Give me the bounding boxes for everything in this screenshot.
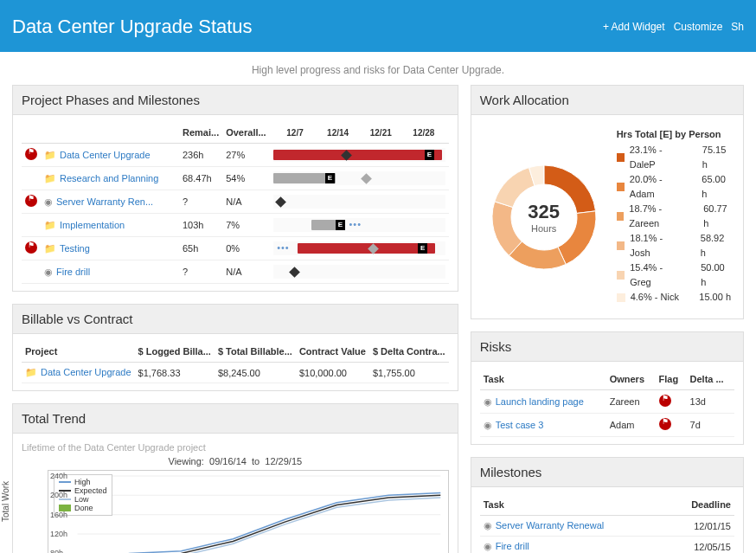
task-link[interactable]: Data Center Upgrade: [60, 150, 151, 160]
customize-button[interactable]: Customize: [674, 21, 723, 33]
gantt-bar[interactable]: [273, 195, 445, 209]
gantt-bar[interactable]: E: [273, 148, 445, 162]
legend-swatch: [617, 271, 625, 280]
trend-title: Total Trend: [13, 404, 458, 434]
milestones-table: Task Deadline ◉Server Warranty Renewal12…: [480, 494, 734, 553]
legend-swatch: [617, 153, 625, 162]
gantt-bar[interactable]: •••E: [273, 241, 445, 255]
globe-icon: ◉: [484, 541, 492, 551]
risks-panel: Risks Task Owners Flag Delta ... ◉Launch…: [471, 331, 744, 445]
globe-icon: ◉: [484, 520, 492, 530]
task-link[interactable]: Fire drill: [56, 267, 90, 277]
project-link[interactable]: Data Center Upgrade: [41, 367, 131, 377]
flag-icon: [659, 395, 671, 407]
gantt-bar[interactable]: E: [273, 171, 445, 185]
milestones-panel: Milestones Task Deadline ◉Server Warrant…: [471, 457, 744, 553]
header-actions: + Add Widget Customize Sh: [603, 21, 744, 33]
flag-icon: [659, 418, 671, 430]
table-row: ◉Fire drill?N/A: [22, 260, 449, 284]
task-link[interactable]: Implementation: [60, 220, 125, 230]
task-link[interactable]: Test case 3: [496, 420, 544, 430]
flag-icon: [25, 241, 37, 254]
gantt-bar[interactable]: [273, 265, 445, 279]
table-row: ◉Fire drill12/05/15: [480, 537, 734, 554]
legend-item[interactable]: 23.1% - DaleP75.15 h: [617, 143, 731, 172]
legend-swatch: [617, 241, 625, 250]
donut-value: 325: [528, 201, 560, 223]
task-link[interactable]: Fire drill: [496, 541, 529, 551]
risks-title: Risks: [471, 332, 743, 362]
col-project: Project: [22, 341, 135, 363]
gantt-bar[interactable]: E•••: [273, 218, 445, 232]
flag-icon: [25, 195, 37, 207]
legend-item[interactable]: 15.4% - Greg50.00 h: [617, 260, 731, 290]
task-link[interactable]: Launch landing page: [496, 396, 584, 407]
trend-panel: Total Trend Lifetime of the Data Center …: [12, 403, 458, 553]
folder-icon: 📁: [44, 173, 56, 183]
legend-swatch: [617, 212, 625, 221]
globe-icon: ◉: [44, 267, 53, 277]
gantt-dates: 12/7 12/14 12/21 12/28: [273, 128, 445, 138]
donut-label: Hours: [531, 223, 556, 234]
share-button[interactable]: Sh: [731, 21, 744, 33]
table-row: ◉Test case 3Adam7d: [480, 414, 734, 437]
col-overall: Overall...: [222, 122, 270, 144]
table-row: ◉Server Warranty Ren...?N/A: [22, 190, 449, 214]
globe-icon: ◉: [484, 420, 492, 430]
task-link[interactable]: Server Warranty Ren...: [56, 196, 153, 207]
col-total: $ Total Billable...: [215, 341, 296, 363]
milestones-title: Milestones: [471, 458, 743, 487]
table-row: ◉Launch landing pageZareen13d: [480, 390, 734, 414]
folder-icon: 📁: [44, 243, 56, 254]
allocation-title: Work Allocation: [471, 86, 743, 115]
allocation-panel: Work Allocation 325 Hours Hrs Total [E] …: [471, 85, 744, 319]
risks-table: Task Owners Flag Delta ... ◉Launch landi…: [480, 369, 734, 437]
table-row: 📁Data Center Upgrade236h27%E: [22, 144, 449, 167]
trend-ylabel: Total Work: [1, 481, 10, 522]
table-row: 📁Research and Planning68.47h54%E: [22, 167, 449, 190]
page-subtitle: High level progress and risks for Data C…: [0, 52, 756, 85]
task-link[interactable]: Server Warranty Renewal: [496, 520, 605, 530]
trend-subtitle: Lifetime of the Data Center Upgrade proj…: [22, 440, 449, 456]
legend-item[interactable]: 18.1% - Josh58.92 h: [617, 231, 731, 260]
folder-icon: 📁: [25, 367, 37, 377]
legend-item[interactable]: 4.6% - Nick15.00 h: [617, 290, 731, 305]
legend-item[interactable]: 18.7% - Zareen60.77 h: [617, 202, 731, 231]
phases-table: Remai... Overall... 12/7 12/14 12/21 12/…: [22, 122, 449, 284]
globe-icon: ◉: [44, 196, 53, 207]
col-contract: Contract Value: [296, 341, 369, 363]
task-link[interactable]: Research and Planning: [60, 173, 158, 183]
table-row: 📁Testing65h0%•••E: [22, 237, 449, 260]
table-row: 📁Data Center Upgrade $1,768.33 $8,245.00…: [22, 363, 449, 383]
legend-item[interactable]: 20.0% - Adam65.00 h: [617, 172, 731, 202]
legend-swatch: [617, 293, 625, 302]
folder-icon: 📁: [44, 150, 56, 160]
billable-table: Project $ Logged Billa... $ Total Billab…: [22, 341, 449, 383]
billable-panel: Billable vs Contract Project $ Logged Bi…: [12, 304, 458, 391]
page-header: Data Center Upgrade Status + Add Widget …: [0, 0, 756, 52]
task-link[interactable]: Testing: [60, 243, 90, 254]
legend-swatch: [617, 183, 625, 191]
col-logged: $ Logged Billa...: [135, 341, 215, 363]
allocation-legend: Hrs Total [E] by Person 23.1% - DaleP75.…: [617, 129, 731, 305]
phases-title: Project Phases and Milestones: [13, 86, 458, 115]
folder-icon: 📁: [44, 220, 56, 230]
flag-icon: [25, 148, 37, 160]
phases-panel: Project Phases and Milestones Remai... O…: [12, 85, 458, 292]
trend-chart[interactable]: High Expected Low Done 0h40h80h120h160h2…: [48, 470, 449, 553]
table-row: 📁Implementation103h7%E•••: [22, 214, 449, 237]
add-widget-button[interactable]: + Add Widget: [603, 21, 665, 33]
billable-title: Billable vs Contract: [13, 305, 458, 334]
globe-icon: ◉: [484, 396, 492, 407]
col-remain: Remai...: [179, 122, 222, 144]
allocation-donut[interactable]: 325 Hours: [484, 157, 605, 278]
col-delta: $ Delta Contra...: [369, 341, 449, 363]
table-row: ◉Server Warranty Renewal12/01/15: [480, 516, 734, 537]
trend-range: Viewing: 09/16/14 to 12/29/15: [22, 456, 449, 466]
page-title: Data Center Upgrade Status: [12, 16, 253, 38]
